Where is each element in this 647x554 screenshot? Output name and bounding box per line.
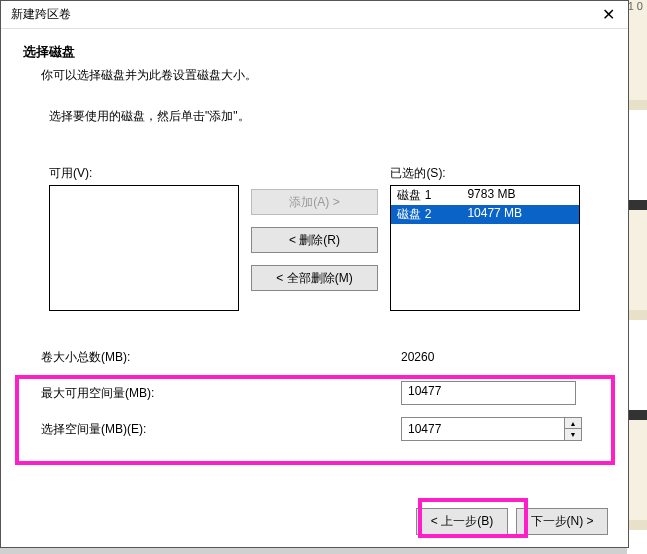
step-title: 选择磁盘 [23,43,606,61]
wizard-header: 选择磁盘 你可以选择磁盘并为此卷设置磁盘大小。 [1,29,628,96]
titlebar: 新建跨区卷 ✕ [1,1,628,29]
remove-button[interactable]: < 删除(R) [251,227,379,253]
spinner-up-icon[interactable]: ▲ [565,418,581,429]
max-space-value: 10477 [401,381,576,405]
total-size-row: 卷大小总数(MB): 20260 [41,339,588,375]
spinner-down-icon[interactable]: ▼ [565,429,581,440]
instruction-text: 选择要使用的磁盘，然后单击"添加"。 [1,96,628,125]
select-space-input[interactable] [401,417,565,441]
window-title: 新建跨区卷 [11,6,71,23]
next-button[interactable]: 下一步(N) > [516,508,608,535]
total-size-value: 20260 [401,350,576,364]
disk-name: 磁盘 2 [397,206,457,223]
select-space-row: 选择空间量(MB)(E): ▲ ▼ [41,411,588,447]
list-item[interactable]: 磁盘 1 9783 MB [391,186,579,205]
disk-size: 10477 MB [457,206,522,223]
list-item[interactable]: 磁盘 2 10477 MB [391,205,579,224]
select-space-label: 选择空间量(MB)(E): [41,421,401,438]
total-size-label: 卷大小总数(MB): [41,349,401,366]
max-space-label: 最大可用空间量(MB): [41,385,401,402]
close-icon: ✕ [602,5,615,24]
close-button[interactable]: ✕ [588,1,628,29]
step-subtitle: 你可以选择磁盘并为此卷设置磁盘大小。 [23,67,606,84]
back-button[interactable]: < 上一步(B) [416,508,508,535]
add-button: 添加(A) > [251,189,379,215]
selected-label: 已选的(S): [390,165,580,182]
max-space-row: 最大可用空间量(MB): 10477 [41,375,588,411]
wizard-dialog: 新建跨区卷 ✕ 选择磁盘 你可以选择磁盘并为此卷设置磁盘大小。 选择要使用的磁盘… [0,0,629,548]
available-listbox[interactable] [49,185,239,311]
disk-name: 磁盘 1 [397,187,457,204]
select-space-spinner[interactable]: ▲ ▼ [565,417,582,441]
selected-listbox[interactable]: 磁盘 1 9783 MB磁盘 2 10477 MB [390,185,580,311]
disk-size: 9783 MB [457,187,515,204]
remove-all-button[interactable]: < 全部删除(M) [251,265,379,291]
available-label: 可用(V): [49,165,239,182]
